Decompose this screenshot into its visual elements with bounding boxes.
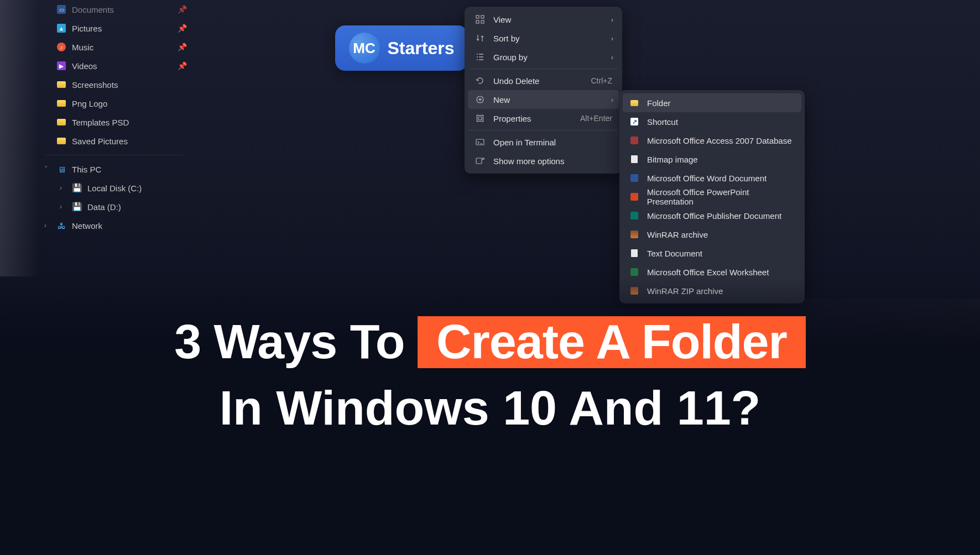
chevron-right-icon: ›: [44, 222, 46, 229]
context-menu: View › Sort by › Group by › Undo Delete …: [465, 7, 622, 174]
menu-label: Show more options: [493, 156, 564, 166]
menu-label: Group by: [493, 53, 528, 62]
menu-item-view[interactable]: View ›: [468, 10, 619, 29]
svg-point-5: [478, 117, 482, 120]
folder-icon: [56, 136, 66, 146]
sidebar-item-screenshots[interactable]: Screenshots: [37, 75, 191, 94]
sidebar-item-thispc[interactable]: ˅ 🖥 This PC: [37, 160, 191, 179]
sidebar-item-savedpictures[interactable]: Saved Pictures: [37, 132, 191, 150]
submenu-item-word[interactable]: Microsoft Office Word Document: [623, 169, 801, 187]
title-highlight: Create A Folder: [418, 316, 806, 368]
menu-label: Open in Terminal: [493, 138, 556, 147]
menu-item-group[interactable]: Group by ›: [468, 48, 619, 66]
pc-icon: 🖥: [56, 164, 66, 174]
title-line-1: 3 Ways To Create A Folder: [0, 316, 980, 368]
sidebar-label: Data (D:): [87, 202, 121, 212]
submenu-item-folder[interactable]: Folder: [623, 93, 801, 112]
sidebar-label: Saved Pictures: [72, 137, 128, 146]
pin-icon: 📌: [178, 43, 187, 51]
folder-icon: [56, 117, 66, 127]
folder-icon: [629, 100, 639, 106]
menu-label: New: [493, 95, 510, 104]
submenu-item-winrar[interactable]: WinRAR archive: [623, 225, 801, 244]
menu-divider: [469, 69, 618, 69]
sidebar-item-network[interactable]: › 🖧 Network: [37, 216, 191, 235]
menu-label: View: [493, 15, 511, 24]
sidebar-label: Screenshots: [72, 80, 118, 90]
group-icon: [475, 53, 486, 61]
svg-rect-3: [481, 20, 484, 23]
sidebar-label: Music: [72, 43, 93, 52]
sidebar-label: Documents: [72, 5, 114, 14]
submenu-item-access[interactable]: Microsoft Office Access 2007 Database: [623, 131, 801, 150]
sidebar-item-documents[interactable]: ▭ Documents 📌: [37, 0, 191, 19]
sidebar-item-videos[interactable]: ▶ Videos 📌: [37, 56, 191, 75]
submenu-item-winrarzip[interactable]: WinRAR ZIP archive: [623, 281, 801, 300]
bitmap-icon: [629, 155, 639, 163]
documents-icon: ▭: [56, 4, 66, 14]
pictures-icon: ▲: [56, 23, 66, 33]
sidebar-item-music[interactable]: ♪ Music 📌: [37, 38, 191, 56]
submenu-item-text[interactable]: Text Document: [623, 244, 801, 263]
submenu-item-bitmap[interactable]: Bitmap image: [623, 150, 801, 169]
title-text-1a: 3 Ways To: [174, 314, 404, 369]
submenu-item-excel[interactable]: Microsoft Office Excel Worksheet: [623, 263, 801, 281]
winrar-icon: [629, 231, 639, 238]
disk-icon: 💾: [72, 202, 82, 212]
sidebar-label: Templates PSD: [72, 118, 129, 127]
menu-shortcut: Ctrl+Z: [591, 76, 613, 85]
menu-item-undo[interactable]: Undo Delete Ctrl+Z: [468, 71, 619, 90]
menu-item-more[interactable]: Show more options: [468, 151, 619, 170]
submenu-label: Microsoft Office Access 2007 Database: [647, 136, 792, 145]
svg-rect-7: [476, 158, 482, 164]
submenu-label: Microsoft Office Word Document: [647, 174, 767, 183]
submenu-label: Microsoft Office Excel Worksheet: [647, 268, 769, 277]
menu-label: Undo Delete: [493, 76, 539, 86]
menu-item-properties[interactable]: Properties Alt+Enter: [468, 109, 619, 128]
access-icon: [629, 137, 639, 144]
sidebar-item-templates[interactable]: Templates PSD: [37, 113, 191, 132]
menu-item-sort[interactable]: Sort by ›: [468, 29, 619, 48]
winrarzip-icon: [629, 287, 639, 295]
sidebar-item-datad[interactable]: › 💾 Data (D:): [37, 197, 191, 216]
properties-icon: [475, 114, 486, 123]
submenu-item-publisher[interactable]: Microsoft Office Publisher Document: [623, 206, 801, 225]
chevron-right-icon: ›: [60, 184, 62, 192]
svg-rect-0: [476, 15, 479, 18]
menu-shortcut: Alt+Enter: [580, 114, 612, 123]
sidebar-item-pnglogo[interactable]: Png Logo: [37, 94, 191, 113]
videos-icon: ▶: [56, 61, 66, 71]
submenu-label: Folder: [647, 98, 671, 108]
sidebar: ▭ Documents 📌 ▲ Pictures 📌 ♪ Music 📌 ▶ V…: [37, 0, 191, 235]
submenu-label: Shortcut: [647, 117, 678, 127]
sort-icon: [475, 34, 486, 43]
sidebar-label: Network: [72, 221, 102, 231]
menu-divider: [469, 130, 618, 130]
undo-icon: [475, 76, 486, 85]
sidebar-label: Videos: [72, 61, 97, 71]
chevron-down-icon: ˅: [44, 165, 48, 173]
submenu-label: WinRAR archive: [647, 230, 708, 239]
menu-item-terminal[interactable]: Open in Terminal: [468, 133, 619, 151]
submenu-label: WinRAR ZIP archive: [647, 286, 723, 296]
sidebar-item-pictures[interactable]: ▲ Pictures 📌: [37, 19, 191, 38]
submenu-item-shortcut[interactable]: ↗ Shortcut: [623, 112, 801, 131]
view-icon: [475, 15, 486, 24]
shortcut-icon: ↗: [629, 118, 639, 125]
title-block: 3 Ways To Create A Folder In Windows 10 …: [0, 316, 980, 434]
sidebar-label: This PC: [72, 165, 101, 174]
terminal-icon: [475, 138, 486, 146]
chevron-right-icon: ›: [611, 53, 613, 61]
menu-item-new[interactable]: New ›: [468, 90, 619, 109]
folder-icon: [56, 80, 66, 90]
sidebar-item-localc[interactable]: › 💾 Local Disk (C:): [37, 179, 191, 197]
sidebar-label: Local Disk (C:): [87, 184, 142, 193]
chevron-right-icon: ›: [611, 96, 613, 104]
title-line-2: In Windows 10 And 11?: [0, 383, 980, 433]
pin-icon: 📌: [178, 24, 187, 33]
submenu-label: Text Document: [647, 249, 702, 258]
sidebar-label: Pictures: [72, 24, 102, 33]
submenu-item-powerpoint[interactable]: Microsoft Office PowerPoint Presentation: [623, 187, 801, 206]
sidebar-divider: [45, 155, 183, 155]
new-submenu: Folder ↗ Shortcut Microsoft Office Acces…: [619, 90, 805, 303]
